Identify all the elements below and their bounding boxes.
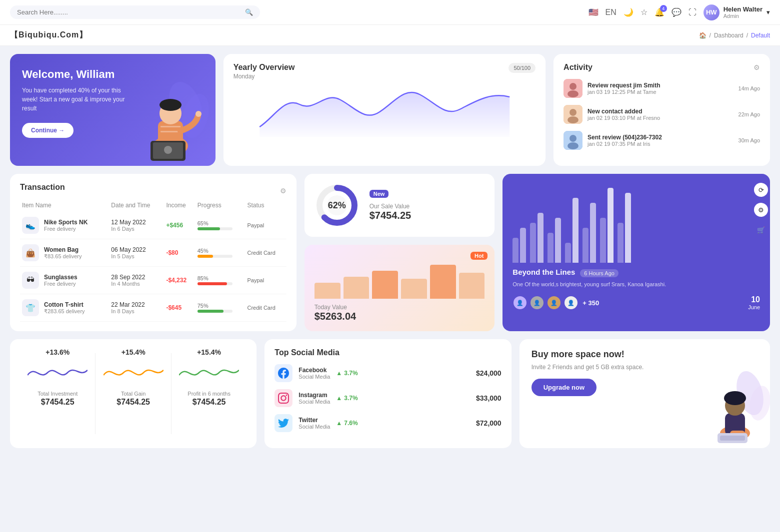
flag-icon[interactable]: 🇺🇸 bbox=[588, 7, 598, 17]
avatar: 👤 bbox=[530, 295, 544, 310]
social-sub: Social Media bbox=[298, 374, 330, 380]
bell-icon[interactable]: 🔔 4 bbox=[654, 7, 664, 17]
progress-bar bbox=[198, 227, 232, 230]
stat-label-1: Total Investment bbox=[25, 391, 90, 397]
yearly-title: Yearly Overview bbox=[234, 63, 295, 72]
item-sub: ₹83.65 delivery bbox=[44, 253, 82, 260]
item-sub: Free delivery bbox=[44, 281, 78, 287]
user-info[interactable]: HW Helen Walter Admin ▾ bbox=[704, 4, 770, 20]
social-growth: ▲3.7% bbox=[336, 370, 358, 377]
beyond-count: + 350 bbox=[582, 299, 599, 307]
search-icon: 🔍 bbox=[245, 8, 253, 16]
transaction-card: Transaction ⚙ Item Name Date and Time In… bbox=[10, 174, 296, 331]
progress-cell: 45% bbox=[196, 239, 246, 267]
breadcrumb-dashboard[interactable]: Dashboard bbox=[714, 32, 744, 39]
activity-thumb-1 bbox=[564, 79, 582, 98]
list-item: Instagram Social Media ▲3.7% $33,000 bbox=[274, 389, 501, 407]
svg-rect-32 bbox=[720, 436, 745, 441]
progress-bar bbox=[198, 310, 232, 313]
social-name: Instagram bbox=[298, 392, 330, 399]
status-cell: Credit Card bbox=[246, 294, 286, 322]
today-card: Hot Today Value $5263.04 bbox=[304, 245, 495, 331]
chart-gear-icon[interactable]: ⚙ bbox=[754, 203, 768, 217]
chart-refresh-icon[interactable]: ⟳ bbox=[754, 183, 768, 197]
twitter-icon bbox=[274, 414, 292, 432]
progress-cell: 65% bbox=[196, 212, 246, 239]
item-icon: 🕶 bbox=[22, 272, 39, 289]
activity-thumb-3 bbox=[564, 131, 582, 150]
star-icon[interactable]: ☆ bbox=[640, 7, 648, 17]
facebook-icon bbox=[274, 364, 292, 382]
date-main: 22 Mar 2022 bbox=[111, 301, 162, 308]
sale-percentage: 62% bbox=[328, 200, 346, 211]
status-cell: Paypal bbox=[246, 212, 286, 239]
item-name: Cotton T-shirt bbox=[44, 301, 85, 308]
item-name-cell: 👟 Nike Sports NK Free delivery bbox=[20, 212, 109, 239]
moon-icon[interactable]: 🌙 bbox=[624, 7, 634, 17]
beyond-section: Beyond the Lines 6 Hours Ago One Of the … bbox=[512, 268, 760, 310]
progress-bar bbox=[198, 282, 232, 285]
stat-profit: +15.4% Profit in 6 months $7454.25 bbox=[172, 348, 246, 439]
breadcrumb: 🏠 / Dashboard / Default bbox=[699, 32, 770, 39]
list-item: Facebook Social Media ▲3.7% $24,000 bbox=[274, 364, 501, 382]
item-name-cell: 👜 Women Bag ₹83.65 delivery bbox=[20, 239, 109, 267]
activity-item-sub: jan 03 19 12:25 PM at Tame bbox=[588, 89, 733, 95]
sale-value: $7454.25 bbox=[370, 210, 411, 221]
chart-cart-icon[interactable]: 🛒 bbox=[754, 223, 768, 237]
user-name: Helen Walter bbox=[724, 5, 762, 13]
stat-gain: +15.4% Total Gain $7454.25 bbox=[96, 348, 170, 439]
svg-point-19 bbox=[570, 135, 576, 142]
item-name: Women Bag bbox=[44, 246, 82, 253]
avatar: HW bbox=[704, 4, 720, 20]
avatar-group: 👤 👤 👤 👤 + 350 bbox=[512, 295, 599, 310]
main-content: Welcome, William You have completed 40% … bbox=[0, 46, 780, 456]
activity-title: Activity bbox=[564, 63, 592, 72]
upgrade-button[interactable]: Upgrade now bbox=[532, 379, 596, 396]
stats-card: +13.6% Total Investment $7454.25 +15.4% … bbox=[10, 339, 256, 448]
progress-fill bbox=[198, 255, 214, 258]
transaction-table: Item Name Date and Time Income Progress … bbox=[20, 199, 286, 322]
chat-icon[interactable]: 💬 bbox=[672, 7, 682, 17]
stat-investment: +13.6% Total Investment $7454.25 bbox=[20, 348, 95, 439]
beyond-title: Beyond the Lines bbox=[512, 268, 575, 276]
income-cell: +$456 bbox=[164, 212, 195, 239]
wave-chart-1 bbox=[28, 360, 88, 385]
user-role: Admin bbox=[724, 13, 762, 19]
social-growth: ▲7.6% bbox=[336, 420, 358, 427]
breadcrumb-bar: 【Biqubiqu.Com】 🏠 / Dashboard / Default bbox=[0, 25, 780, 46]
expand-icon[interactable]: ⛶ bbox=[688, 8, 696, 17]
progress-cell: 85% bbox=[196, 267, 246, 294]
continue-button[interactable]: Continue → bbox=[22, 123, 74, 138]
search-input[interactable] bbox=[17, 8, 245, 16]
item-name: Sunglasses bbox=[44, 274, 78, 281]
stat-label-3: Profit in 6 months bbox=[176, 391, 242, 397]
item-icon: 👕 bbox=[22, 299, 39, 316]
search-bar[interactable]: 🔍 bbox=[10, 5, 260, 19]
svg-point-11 bbox=[196, 111, 202, 117]
today-label: Today Value bbox=[314, 304, 485, 311]
beyond-time: 6 Hours Ago bbox=[580, 269, 618, 277]
buy-space-card: Buy more space now! Invite 2 Friends and… bbox=[520, 339, 770, 448]
item-icon: 👜 bbox=[22, 244, 39, 261]
activity-item-title: Review request jim Smith bbox=[588, 82, 733, 89]
svg-point-14 bbox=[568, 90, 578, 97]
table-row: 👜 Women Bag ₹83.65 delivery 06 May 2022 … bbox=[20, 239, 286, 267]
today-bar-chart bbox=[314, 259, 485, 299]
transaction-title: Transaction bbox=[20, 183, 65, 192]
person-svg bbox=[120, 76, 210, 166]
wave-chart-2 bbox=[104, 360, 164, 385]
progress-bar bbox=[198, 255, 232, 258]
stat-value-1: $7454.25 bbox=[25, 398, 90, 407]
income-cell: -$645 bbox=[164, 294, 195, 322]
date-main: 06 May 2022 bbox=[111, 246, 162, 253]
social-amount: $33,000 bbox=[476, 394, 502, 402]
home-icon[interactable]: 🏠 bbox=[699, 32, 706, 39]
item-name-cell: 👕 Cotton T-shirt ₹283.65 delivery bbox=[20, 294, 109, 322]
activity-item-time: 30m Ago bbox=[738, 137, 760, 143]
social-name: Twitter bbox=[298, 417, 330, 424]
gear-icon[interactable]: ⚙ bbox=[754, 63, 760, 71]
row-3: +13.6% Total Investment $7454.25 +15.4% … bbox=[10, 339, 770, 448]
col-status: Status bbox=[246, 199, 286, 212]
gear-icon[interactable]: ⚙ bbox=[280, 187, 286, 195]
yearly-header: Yearly Overview Monday 50/100 bbox=[234, 63, 536, 80]
